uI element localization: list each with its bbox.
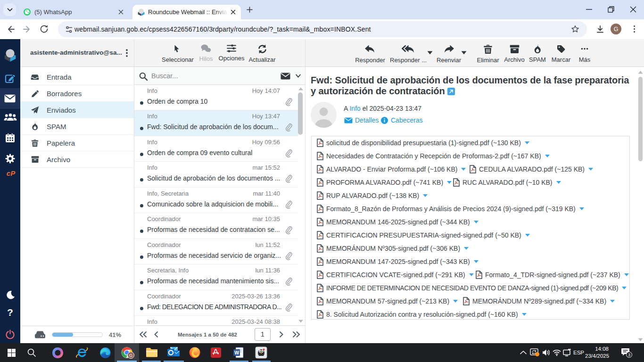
svg-text:W: W — [234, 350, 239, 355]
